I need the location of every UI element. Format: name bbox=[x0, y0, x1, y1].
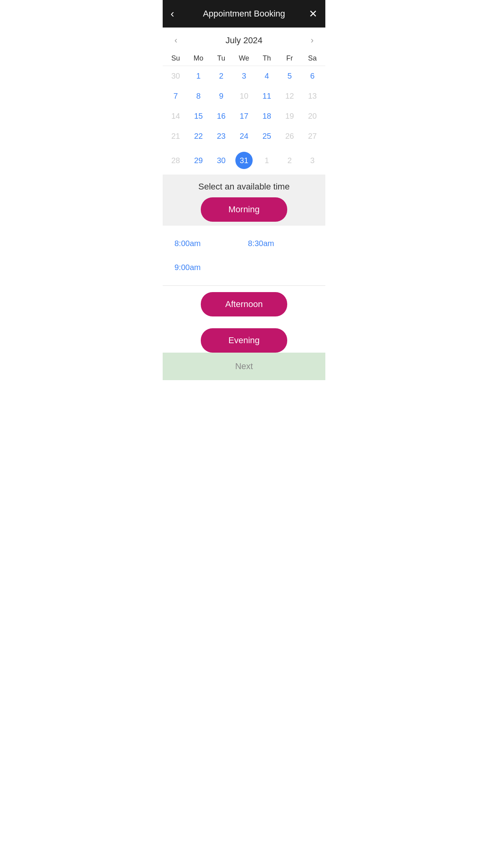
calendar-day: 27 bbox=[301, 126, 324, 146]
calendar-day[interactable]: 7 bbox=[164, 86, 187, 106]
calendar-weekday-we: We bbox=[233, 51, 255, 66]
time-slot-830am[interactable]: 8:30am bbox=[248, 234, 314, 254]
calendar-day: 13 bbox=[301, 86, 324, 106]
calendar-day: 12 bbox=[278, 86, 301, 106]
calendar-day: 1 bbox=[255, 146, 278, 175]
calendar-weekday-th: Th bbox=[255, 51, 278, 66]
calendar-day: 10 bbox=[233, 86, 255, 106]
calendar-weekday-sa: Sa bbox=[301, 51, 324, 66]
calendar: ‹ July 2024 › SuMoTuWeThFrSa 30123456789… bbox=[163, 28, 325, 175]
next-month-button[interactable]: › bbox=[307, 34, 317, 47]
calendar-day[interactable]: 2 bbox=[210, 66, 233, 86]
calendar-month-label: July 2024 bbox=[226, 35, 262, 46]
morning-button[interactable]: Morning bbox=[201, 197, 287, 222]
calendar-grid: SuMoTuWeThFrSa 3012345678910111213141516… bbox=[163, 51, 325, 175]
next-button[interactable]: Next bbox=[171, 361, 317, 371]
page-title: Appointment Booking bbox=[203, 9, 285, 19]
calendar-day[interactable]: 9 bbox=[210, 86, 233, 106]
calendar-day[interactable]: 30 bbox=[210, 146, 233, 175]
calendar-weekday-mo: Mo bbox=[187, 51, 210, 66]
calendar-day: 21 bbox=[164, 126, 187, 146]
calendar-day: 30 bbox=[164, 66, 187, 86]
calendar-day[interactable]: 4 bbox=[255, 66, 278, 86]
calendar-day: 19 bbox=[278, 106, 301, 126]
calendar-day[interactable]: 3 bbox=[233, 66, 255, 86]
close-button[interactable]: ✕ bbox=[309, 8, 317, 20]
calendar-day[interactable]: 29 bbox=[187, 146, 210, 175]
evening-button[interactable]: Evening bbox=[201, 328, 287, 353]
calendar-day[interactable]: 17 bbox=[233, 106, 255, 126]
calendar-day[interactable]: 15 bbox=[187, 106, 210, 126]
calendar-day: 26 bbox=[278, 126, 301, 146]
calendar-day[interactable]: 31 bbox=[233, 146, 255, 175]
calendar-day: 14 bbox=[164, 106, 187, 126]
time-slot-900am[interactable]: 9:00am bbox=[174, 257, 240, 278]
time-slot-800am[interactable]: 8:00am bbox=[174, 234, 240, 254]
calendar-day[interactable]: 22 bbox=[187, 126, 210, 146]
calendar-day: 2 bbox=[278, 146, 301, 175]
back-button[interactable]: ‹ bbox=[171, 7, 174, 20]
afternoon-button[interactable]: Afternoon bbox=[201, 292, 287, 316]
calendar-day[interactable]: 25 bbox=[255, 126, 278, 146]
calendar-weekday-su: Su bbox=[164, 51, 187, 66]
select-time-label: Select an available time bbox=[171, 182, 317, 192]
calendar-weekday-tu: Tu bbox=[210, 51, 233, 66]
calendar-day: 3 bbox=[301, 146, 324, 175]
afternoon-section: Afternoon bbox=[163, 286, 325, 320]
morning-slots-area: 8:00am 8:30am 9:00am bbox=[163, 226, 325, 285]
calendar-day[interactable]: 11 bbox=[255, 86, 278, 106]
calendar-weekdays: SuMoTuWeThFrSa bbox=[163, 51, 325, 66]
calendar-day: 20 bbox=[301, 106, 324, 126]
calendar-day: 28 bbox=[164, 146, 187, 175]
calendar-day[interactable]: 18 bbox=[255, 106, 278, 126]
morning-slots-grid: 8:00am 8:30am 9:00am bbox=[174, 234, 314, 278]
calendar-day[interactable]: 1 bbox=[187, 66, 210, 86]
calendar-day[interactable]: 16 bbox=[210, 106, 233, 126]
calendar-day[interactable]: 8 bbox=[187, 86, 210, 106]
prev-month-button[interactable]: ‹ bbox=[171, 34, 181, 47]
evening-section: Evening bbox=[163, 320, 325, 353]
calendar-day[interactable]: 23 bbox=[210, 126, 233, 146]
calendar-nav: ‹ July 2024 › bbox=[163, 31, 325, 51]
calendar-days: 3012345678910111213141516171819202122232… bbox=[163, 66, 325, 175]
footer: Next bbox=[163, 353, 325, 380]
header: ‹ Appointment Booking ✕ bbox=[163, 0, 325, 28]
calendar-day[interactable]: 6 bbox=[301, 66, 324, 86]
calendar-weekday-fr: Fr bbox=[278, 51, 301, 66]
calendar-day[interactable]: 5 bbox=[278, 66, 301, 86]
calendar-day[interactable]: 24 bbox=[233, 126, 255, 146]
time-selection-header: Select an available time Morning bbox=[163, 175, 325, 226]
